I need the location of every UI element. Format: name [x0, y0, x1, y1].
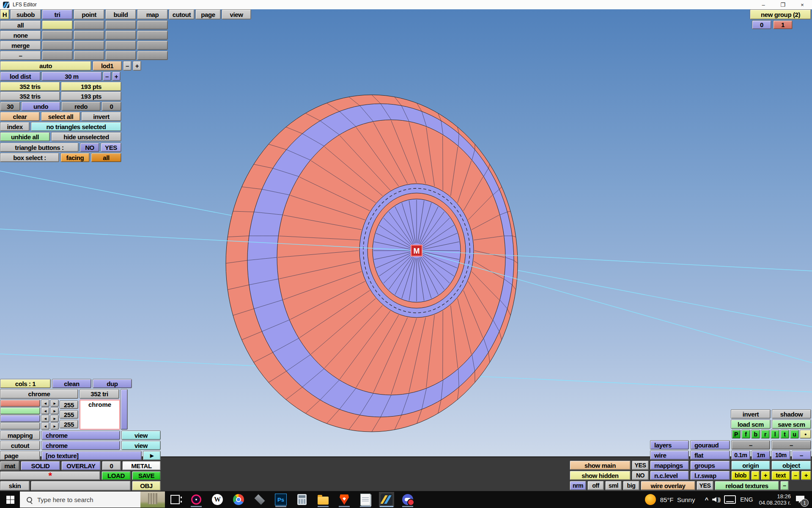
close-button[interactable]: × [793, 0, 812, 9]
view-f[interactable]: f [741, 430, 750, 439]
text-minus[interactable]: – [791, 471, 800, 480]
nrm-off[interactable]: off [587, 481, 604, 490]
triangle-buttons-yes[interactable]: YES [101, 143, 121, 152]
texture-list-selected[interactable]: chrome [80, 401, 119, 408]
lfs-editor-taskbar-icon[interactable] [379, 492, 394, 507]
text-button[interactable]: text [771, 471, 790, 480]
gouraud-button[interactable]: gouraud [690, 440, 730, 450]
group-1-button[interactable]: 1 [773, 20, 793, 29]
language-indicator[interactable]: ENG [740, 496, 753, 503]
hide-unselected-button[interactable]: hide unselected [51, 132, 121, 141]
view-b[interactable]: b [751, 430, 760, 439]
opera-gx-icon[interactable] [189, 492, 204, 507]
view-dot[interactable]: ● [800, 430, 811, 439]
cell-none-tri[interactable] [42, 30, 73, 40]
page-value[interactable]: [no texture] [41, 451, 142, 460]
menu-tri[interactable]: tri [42, 9, 73, 19]
hidden-icons-chevron[interactable]: ^ [705, 496, 708, 503]
touch-keyboard-icon[interactable] [724, 495, 736, 504]
view-p[interactable]: P [732, 430, 741, 439]
lod-dist-minus[interactable]: – [103, 72, 111, 81]
menu-subob[interactable]: subob [10, 9, 41, 19]
new-group-button[interactable]: new group (2) [750, 9, 811, 19]
wire-overlay-label[interactable]: wire overlay [641, 481, 695, 490]
skin-button[interactable]: skin [0, 481, 30, 491]
menu-h[interactable]: H [0, 9, 9, 19]
cutout-view-button[interactable]: view [121, 441, 161, 450]
weather-sun-icon[interactable] [645, 494, 656, 505]
reload-textures-button[interactable]: reload textures [715, 481, 779, 490]
cell-dash-map[interactable] [137, 51, 168, 60]
cell-all-tri[interactable] [42, 20, 73, 30]
unhide-all-button[interactable]: unhide all [0, 132, 50, 141]
mapping-label[interactable]: mapping [0, 431, 40, 440]
show-main-yes[interactable]: YES [632, 461, 649, 470]
color-bar-blue[interactable] [0, 415, 40, 422]
alpha-dec[interactable]: ◄ [41, 422, 49, 430]
lod-dist-value[interactable]: 30 m [41, 72, 102, 81]
brave-icon[interactable] [337, 492, 352, 507]
clear-button[interactable]: clear [0, 112, 40, 121]
menu-cutout[interactable]: cutout [169, 9, 195, 19]
show-hidden-label[interactable]: show hidden [570, 471, 631, 480]
texture-list-box[interactable]: chrome [80, 400, 120, 430]
cell-all-map[interactable] [137, 20, 168, 30]
menu-point[interactable]: point [74, 9, 104, 19]
row-none[interactable]: none [0, 30, 41, 40]
volume-icon[interactable] [712, 497, 716, 502]
select-all-button[interactable]: select all [41, 112, 80, 121]
grid-10m[interactable]: 10m [771, 450, 790, 460]
row-all[interactable]: all [0, 20, 41, 30]
groups-button[interactable]: groups [690, 461, 730, 470]
view-t[interactable]: t [780, 430, 789, 439]
lod-dist-label[interactable]: lod dist [0, 72, 41, 81]
triangle-buttons-no[interactable]: NO [80, 143, 99, 152]
mat-metal[interactable]: METAL [122, 461, 161, 470]
layers-dash-2[interactable]: – [771, 440, 811, 450]
view-u[interactable]: u [790, 430, 799, 439]
origin-button[interactable]: origin [731, 461, 770, 470]
box-select-all[interactable]: all [91, 153, 121, 162]
obj-button[interactable]: OBJ [132, 481, 161, 491]
dup-button[interactable]: dup [93, 379, 132, 388]
color-bar-alpha[interactable] [0, 422, 40, 430]
skin-value[interactable] [31, 481, 131, 491]
grid-01m[interactable]: 0.1m [731, 450, 750, 460]
layers-dash-1[interactable]: – [731, 440, 770, 450]
file-explorer-icon[interactable] [315, 492, 331, 507]
grid-1m[interactable]: 1m [752, 450, 770, 460]
task-view-icon[interactable] [167, 492, 183, 507]
cutout-label[interactable]: cutout [0, 441, 40, 450]
undo-button[interactable]: undo [21, 102, 60, 111]
nrm-button[interactable]: nrm [570, 481, 586, 490]
auto-button[interactable]: auto [0, 61, 91, 71]
group-0-button[interactable]: 0 [752, 20, 771, 29]
lod-dist-plus[interactable]: + [112, 72, 121, 81]
restore-button[interactable]: ❐ [773, 0, 793, 9]
menu-map[interactable]: map [137, 9, 168, 19]
color-bar-red[interactable] [0, 400, 40, 407]
load-button[interactable]: LOAD [102, 471, 131, 480]
nc-level-button[interactable]: n.c.level [650, 471, 689, 480]
page-label[interactable]: page [0, 451, 40, 460]
menu-build[interactable]: build [105, 9, 136, 19]
save-button[interactable]: SAVE [132, 471, 161, 480]
red-inc[interactable]: ► [50, 400, 59, 407]
text-plus[interactable]: + [801, 471, 811, 480]
mat-label[interactable]: mat [0, 461, 19, 470]
alpha-inc[interactable]: ► [50, 422, 59, 430]
cell-all-point[interactable] [74, 20, 104, 30]
photoshop-icon[interactable]: Ps [273, 492, 288, 507]
color-bar-green[interactable] [0, 407, 40, 414]
lr-swap-button[interactable]: l.r.swap [690, 471, 730, 480]
cell-all-build[interactable] [105, 20, 136, 30]
mappings-button[interactable]: mappings [650, 461, 689, 470]
cutout-value[interactable]: chrome [41, 441, 120, 450]
weather-text[interactable]: 85°F Sunny [660, 496, 695, 503]
cell-none-map[interactable] [137, 30, 168, 40]
mat-solid[interactable]: SOLID [21, 461, 60, 470]
save-scm-button[interactable]: save scm [772, 420, 811, 429]
invert-selection-button[interactable]: invert [81, 112, 121, 121]
cell-merge-tri[interactable] [42, 41, 73, 50]
steam-icon[interactable] [252, 492, 267, 507]
